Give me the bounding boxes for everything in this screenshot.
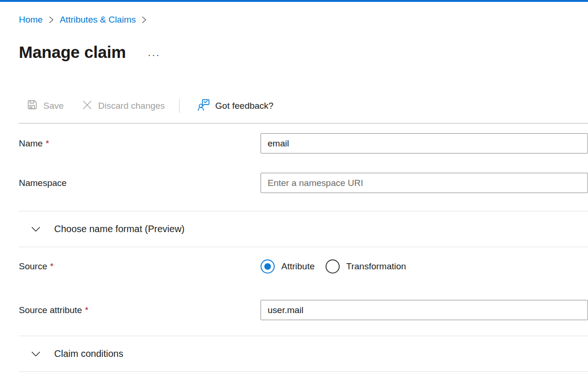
source-label: Source* (19, 261, 261, 272)
required-asterisk: * (50, 261, 53, 271)
save-button[interactable]: Save (26, 99, 64, 113)
save-icon (26, 99, 38, 113)
chevron-right-icon (49, 16, 54, 24)
source-attribute-input[interactable] (261, 300, 588, 320)
person-feedback-icon (197, 98, 210, 113)
breadcrumb: Home Attributes & Claims (19, 13, 588, 26)
toolbar-divider (179, 99, 180, 113)
name-format-section-label: Choose name format (Preview) (54, 224, 185, 234)
got-feedback-label: Got feedback? (215, 101, 274, 111)
name-label-text: Name (19, 138, 43, 148)
command-bar: Save Discard changes Got feedback? (19, 95, 588, 117)
source-radio-group: Attribute Transformation (261, 259, 588, 274)
claim-conditions-section-label: Claim conditions (54, 348, 123, 359)
source-attribute-label: Source attribute* (19, 305, 261, 315)
namespace-input[interactable] (261, 173, 588, 193)
source-attribute-row: Source attribute* (19, 300, 588, 320)
radio-transformation-label: Transformation (346, 261, 406, 272)
breadcrumb-link-attributes-claims[interactable]: Attributes & Claims (60, 13, 136, 26)
discard-changes-button[interactable]: Discard changes (82, 99, 165, 113)
chevron-down-icon (31, 350, 41, 358)
required-asterisk: * (46, 138, 49, 148)
name-input[interactable] (261, 133, 588, 153)
claim-conditions-section-header[interactable]: Claim conditions (19, 336, 588, 371)
context-menu-button[interactable]: ··· (147, 52, 160, 57)
radio-selected-icon (261, 259, 275, 274)
radio-attribute-label: Attribute (281, 261, 315, 272)
top-accent-bar (0, 0, 588, 2)
required-asterisk: * (85, 305, 88, 315)
radio-option-transformation[interactable]: Transformation (326, 259, 406, 274)
radio-option-attribute[interactable]: Attribute (261, 259, 315, 274)
section-rule (19, 247, 588, 247)
got-feedback-button[interactable]: Got feedback? (197, 98, 274, 113)
dismiss-icon (82, 99, 93, 113)
source-row: Source* Attribute Transformation (19, 259, 588, 274)
name-format-section-header[interactable]: Choose name format (Preview) (19, 211, 588, 247)
source-attribute-label-text: Source attribute (19, 305, 82, 315)
discard-changes-label: Discard changes (98, 101, 165, 111)
name-label: Name* (19, 138, 261, 149)
section-rule (19, 371, 588, 372)
save-button-label: Save (43, 101, 64, 111)
source-label-text: Source (19, 261, 47, 271)
namespace-label: Namespace (19, 178, 261, 188)
page-title: Manage claim (19, 43, 126, 62)
name-row: Name* (19, 133, 588, 153)
breadcrumb-link-home[interactable]: Home (19, 13, 43, 26)
radio-unselected-icon (326, 259, 340, 274)
toolbar-bottom-rule (19, 123, 588, 124)
chevron-right-icon (141, 16, 147, 24)
chevron-down-icon (31, 226, 41, 233)
namespace-row: Namespace (19, 173, 588, 193)
